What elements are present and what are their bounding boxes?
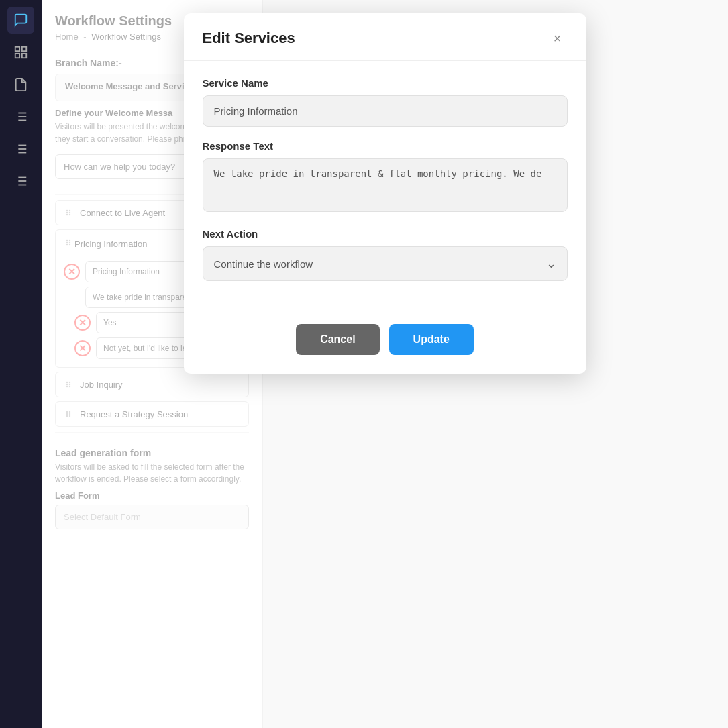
cancel-button[interactable]: Cancel bbox=[296, 324, 379, 355]
modal-header: Edit Services × bbox=[184, 13, 586, 61]
list2-icon[interactable] bbox=[7, 136, 34, 162]
next-action-value: Continue the workflow bbox=[214, 258, 313, 270]
modal-body: Service Name Response Text We take pride… bbox=[184, 61, 586, 317]
dropdown-arrow-icon: ⌄ bbox=[546, 256, 556, 271]
next-action-dropdown[interactable]: Continue the workflow ⌄ bbox=[203, 246, 568, 281]
svg-rect-2 bbox=[15, 54, 19, 58]
modal-close-button[interactable]: × bbox=[548, 28, 568, 48]
update-button[interactable]: Update bbox=[389, 324, 474, 355]
modal-footer: Cancel Update bbox=[184, 317, 586, 374]
grid-icon[interactable] bbox=[7, 39, 34, 66]
list3-icon[interactable] bbox=[7, 168, 34, 195]
svg-rect-3 bbox=[22, 54, 26, 58]
modal-title: Edit Services bbox=[203, 30, 295, 47]
modal-overlay: Edit Services × Service Name Response Te… bbox=[42, 0, 728, 728]
next-action-label: Next Action bbox=[203, 228, 568, 240]
modal-service-name-input[interactable] bbox=[203, 95, 568, 127]
document-icon[interactable] bbox=[7, 71, 34, 98]
svg-rect-1 bbox=[22, 47, 26, 51]
modal-response-text-input[interactable]: We take pride in transparent & flat mont… bbox=[203, 158, 568, 212]
chat-icon[interactable] bbox=[7, 7, 34, 34]
response-text-label: Response Text bbox=[203, 140, 568, 152]
edit-services-modal: Edit Services × Service Name Response Te… bbox=[184, 13, 586, 374]
list-icon[interactable] bbox=[7, 103, 34, 130]
svg-rect-0 bbox=[15, 47, 19, 51]
service-name-label: Service Name bbox=[203, 77, 568, 89]
sidebar bbox=[0, 0, 42, 728]
